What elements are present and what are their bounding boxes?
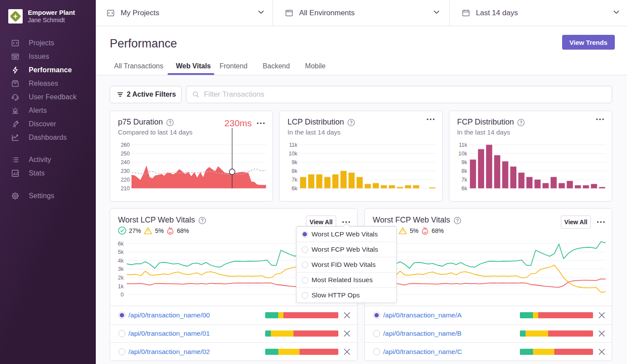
svg-text:9k: 9k — [292, 159, 298, 165]
svg-text:240: 240 — [121, 159, 130, 165]
svg-text:8k: 8k — [461, 168, 467, 174]
svg-text:10k: 10k — [458, 151, 468, 157]
svg-text:6k: 6k — [292, 185, 298, 192]
svg-text:9k: 9k — [461, 159, 467, 165]
svg-text:2k: 2k — [118, 275, 124, 281]
svg-text:10k: 10k — [289, 151, 298, 157]
svg-text:4k: 4k — [118, 258, 124, 264]
svg-text:260: 260 — [121, 142, 130, 148]
svg-text:220: 220 — [121, 177, 130, 183]
svg-text:250: 250 — [121, 151, 130, 157]
svg-text:7k: 7k — [461, 177, 467, 183]
svg-text:3k: 3k — [118, 266, 124, 272]
svg-text:11k: 11k — [289, 142, 298, 148]
svg-text:6k: 6k — [118, 241, 124, 247]
svg-text:0: 0 — [121, 292, 124, 297]
svg-text:210: 210 — [121, 185, 130, 192]
svg-text:11k: 11k — [458, 142, 467, 148]
svg-text:8k: 8k — [292, 168, 298, 174]
svg-text:5k: 5k — [118, 249, 124, 255]
svg-text:1k: 1k — [118, 283, 124, 290]
svg-text:7k: 7k — [292, 177, 298, 183]
svg-text:6k: 6k — [461, 185, 467, 192]
svg-text:230: 230 — [121, 168, 130, 174]
